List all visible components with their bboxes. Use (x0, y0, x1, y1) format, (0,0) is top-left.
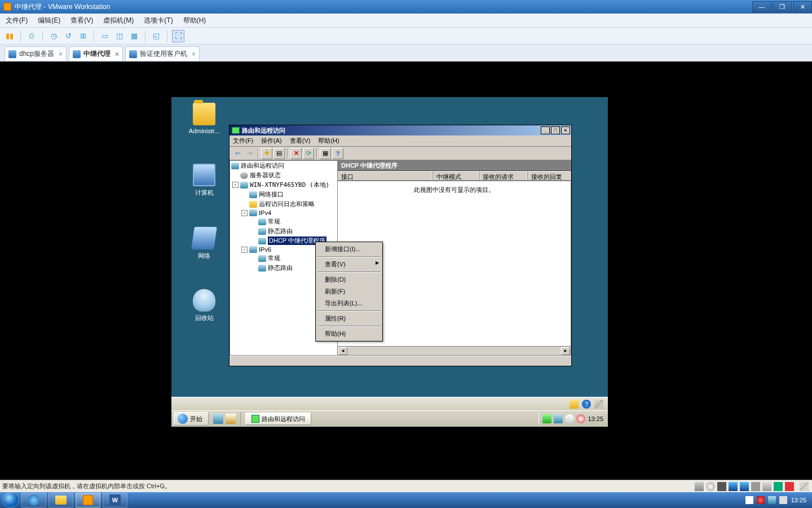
snapshot-take-icon[interactable]: ◷ (47, 30, 60, 42)
minimize-button[interactable]: _ (541, 126, 550, 134)
column-headers[interactable]: 接口 中继模式 接收的请求 接收的回复 (338, 171, 571, 181)
start-button[interactable]: 开始 (174, 412, 209, 426)
usb-icon[interactable] (751, 482, 760, 491)
desktop-icon-admin[interactable]: Administr... (184, 103, 224, 134)
help-icon[interactable]: ? (332, 148, 343, 159)
blocked-icon[interactable] (576, 414, 585, 423)
tray-volume-icon[interactable] (779, 496, 787, 504)
maximize-button[interactable]: □ (551, 126, 560, 134)
menu-help[interactable]: 帮助(H) (183, 16, 206, 25)
snapshot-icon[interactable]: ⎙ (25, 30, 38, 42)
close-button[interactable]: × (561, 126, 570, 134)
menu-tabs[interactable]: 选项卡(T) (144, 16, 173, 25)
ctx-properties[interactable]: 属性(R) (317, 313, 381, 325)
ctx-export[interactable]: 导出列表(L)... (317, 297, 381, 309)
explorer-icon[interactable] (226, 414, 236, 424)
printer-icon[interactable] (762, 482, 771, 491)
delete-icon[interactable]: ✕ (290, 148, 302, 159)
cd-icon[interactable] (706, 482, 715, 491)
fullscreen-icon[interactable]: ⛶ (172, 30, 184, 42)
host-start-button[interactable] (2, 492, 19, 508)
tray-network-icon[interactable] (768, 496, 776, 504)
host-clock[interactable]: 13:25 (791, 497, 806, 503)
desktop-icon-recycle[interactable]: 回收站 (184, 289, 224, 322)
show-desktop-icon[interactable] (213, 414, 223, 424)
maximize-button[interactable]: ❐ (773, 1, 792, 12)
task-explorer[interactable] (48, 493, 73, 507)
sound-icon[interactable] (774, 482, 783, 491)
tray-icon[interactable] (570, 400, 579, 409)
tray-flag-icon[interactable] (745, 496, 753, 504)
snapshot-manage-icon[interactable]: ⊞ (77, 30, 89, 42)
tree-ipv4-general[interactable]: 常规 (230, 217, 337, 226)
message-icon[interactable] (785, 482, 794, 491)
ctx-refresh[interactable]: 刷新(F) (317, 286, 381, 297)
desktop-icon-computer[interactable]: 计算机 (184, 164, 224, 197)
col-relay-mode[interactable]: 中继模式 (433, 171, 479, 181)
hdd-icon[interactable] (695, 482, 704, 491)
menu-help[interactable]: 帮助(H) (318, 137, 339, 145)
security-icon[interactable] (542, 414, 551, 423)
view-single-icon[interactable]: ▭ (99, 30, 111, 42)
desktop-icon-network[interactable]: 网络 (184, 227, 224, 260)
action-center-icon[interactable] (565, 414, 574, 423)
network-icon[interactable] (554, 414, 563, 423)
menu-file[interactable]: 文件(F) (6, 16, 28, 25)
col-replies[interactable]: 接收的回复 (527, 171, 571, 181)
export-icon[interactable]: ▦ (320, 148, 331, 159)
tree-server[interactable]: -WIN-XTNYF465YBD (本地) (230, 180, 337, 190)
back-icon[interactable]: ⇦ (232, 148, 243, 159)
rras-titlebar[interactable]: 路由和远程访问 _ □ × (230, 125, 571, 135)
menu-action[interactable]: 操作(A) (261, 137, 282, 145)
tab-dhcp-server[interactable]: dhcp服务器 × (5, 46, 67, 61)
menu-view[interactable]: 查看(V) (290, 137, 311, 145)
tree-ipv4[interactable]: -IPv4 (230, 209, 337, 217)
tab-close-icon[interactable]: × (59, 50, 63, 58)
tab-relay-agent[interactable]: 中继代理 × (69, 46, 123, 61)
menu-vm[interactable]: 虚拟机(M) (103, 16, 134, 25)
server-clock[interactable]: 13:25 (588, 415, 603, 422)
ctx-help[interactable]: 帮助(H) (317, 328, 381, 340)
minimize-button[interactable]: — (752, 1, 771, 12)
tray-shield-icon[interactable] (757, 496, 765, 504)
tree-root[interactable]: 路由和远程访问 (230, 161, 337, 170)
tab-verify-client[interactable]: 验证使用客户机 × (125, 46, 200, 61)
nic1-icon[interactable] (729, 482, 738, 491)
tree-ipv4-static[interactable]: 静态路由 (230, 226, 337, 236)
task-word[interactable]: W (103, 493, 127, 507)
close-button[interactable]: ✕ (793, 1, 812, 12)
tree-interfaces[interactable]: 网络接口 (230, 190, 337, 199)
snapshot-revert-icon[interactable]: ↺ (62, 30, 74, 42)
floppy-icon[interactable] (717, 482, 726, 491)
power-suspend-icon[interactable]: ▮▮ (3, 30, 16, 42)
menu-view[interactable]: 查看(V) (70, 16, 93, 25)
refresh-icon[interactable]: ⟳ (303, 148, 314, 159)
col-interface[interactable]: 接口 (338, 171, 433, 181)
help-icon[interactable]: ? (582, 400, 591, 409)
col-requests[interactable]: 接收的请求 (479, 171, 527, 181)
properties-icon[interactable]: ▤ (273, 148, 285, 159)
tree-server-status[interactable]: 服务器状态 (230, 170, 337, 180)
tree-remote-log[interactable]: 远程访问日志和策略 (230, 199, 337, 209)
view-split-icon[interactable]: ◫ (113, 30, 126, 42)
tab-close-icon[interactable]: × (115, 50, 119, 58)
tab-close-icon[interactable]: × (192, 50, 196, 58)
scroll-right-icon[interactable]: ► (561, 347, 570, 355)
menu-file[interactable]: 文件(F) (233, 137, 253, 145)
add-icon[interactable]: ✚ (261, 148, 272, 159)
nic2-icon[interactable] (740, 482, 749, 491)
view-thumb-icon[interactable]: ▦ (128, 30, 140, 42)
task-rras[interactable]: 路由和远程访问 (245, 413, 311, 425)
horizontal-scrollbar[interactable]: ◄ ► (338, 346, 571, 355)
task-vmware[interactable] (76, 493, 100, 507)
scroll-left-icon[interactable]: ◄ (338, 347, 347, 355)
ctx-new-interface[interactable]: 新增接口(I)... (317, 243, 381, 255)
ctx-view[interactable]: 查看(V) (317, 259, 381, 270)
menu-edit[interactable]: 编辑(E) (38, 16, 60, 25)
unity-icon[interactable]: ◱ (150, 30, 162, 42)
resize-grip-icon[interactable] (800, 482, 809, 491)
task-ie[interactable] (21, 493, 46, 507)
forward-icon[interactable]: ⇨ (244, 148, 255, 159)
resize-grip-icon[interactable] (594, 400, 603, 409)
ctx-delete[interactable]: 删除(D) (317, 274, 381, 286)
